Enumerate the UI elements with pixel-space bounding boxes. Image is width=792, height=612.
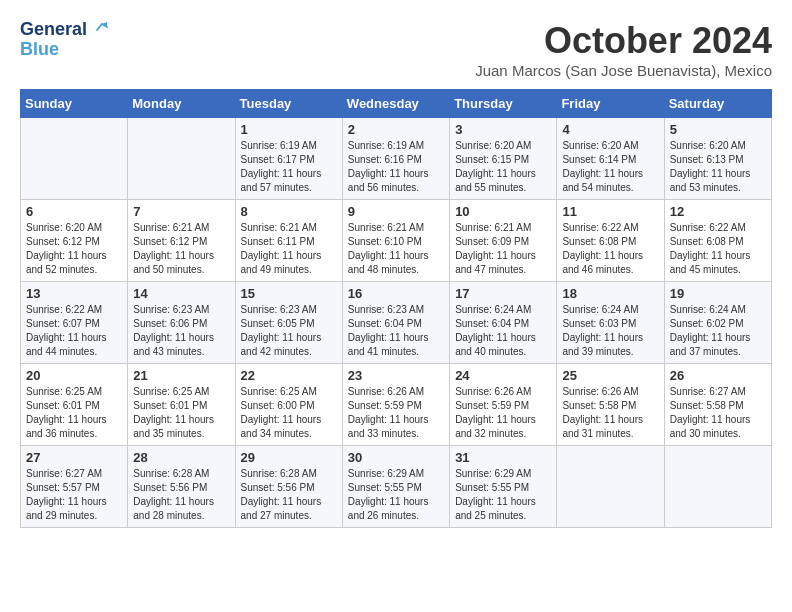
weekday-header-wednesday: Wednesday [342,90,449,118]
calendar-cell: 10Sunrise: 6:21 AM Sunset: 6:09 PM Dayli… [450,200,557,282]
day-number: 30 [348,450,444,465]
calendar-cell: 11Sunrise: 6:22 AM Sunset: 6:08 PM Dayli… [557,200,664,282]
day-number: 3 [455,122,551,137]
day-number: 28 [133,450,229,465]
day-number: 29 [241,450,337,465]
day-info: Sunrise: 6:23 AM Sunset: 6:06 PM Dayligh… [133,303,229,359]
day-info: Sunrise: 6:20 AM Sunset: 6:14 PM Dayligh… [562,139,658,195]
weekday-header-sunday: Sunday [21,90,128,118]
day-number: 16 [348,286,444,301]
day-info: Sunrise: 6:27 AM Sunset: 5:58 PM Dayligh… [670,385,766,441]
calendar-title: October 2024 [475,20,772,62]
day-info: Sunrise: 6:24 AM Sunset: 6:04 PM Dayligh… [455,303,551,359]
day-info: Sunrise: 6:26 AM Sunset: 5:59 PM Dayligh… [348,385,444,441]
calendar-cell: 22Sunrise: 6:25 AM Sunset: 6:00 PM Dayli… [235,364,342,446]
calendar-cell: 21Sunrise: 6:25 AM Sunset: 6:01 PM Dayli… [128,364,235,446]
calendar-cell [21,118,128,200]
day-number: 23 [348,368,444,383]
day-number: 19 [670,286,766,301]
day-info: Sunrise: 6:20 AM Sunset: 6:15 PM Dayligh… [455,139,551,195]
logo-general: General [20,20,87,40]
calendar-cell [557,446,664,528]
day-number: 26 [670,368,766,383]
day-number: 31 [455,450,551,465]
day-info: Sunrise: 6:27 AM Sunset: 5:57 PM Dayligh… [26,467,122,523]
day-info: Sunrise: 6:23 AM Sunset: 6:04 PM Dayligh… [348,303,444,359]
day-info: Sunrise: 6:21 AM Sunset: 6:12 PM Dayligh… [133,221,229,277]
calendar-cell [664,446,771,528]
calendar-cell: 17Sunrise: 6:24 AM Sunset: 6:04 PM Dayli… [450,282,557,364]
day-number: 12 [670,204,766,219]
calendar-cell: 27Sunrise: 6:27 AM Sunset: 5:57 PM Dayli… [21,446,128,528]
calendar-cell: 6Sunrise: 6:20 AM Sunset: 6:12 PM Daylig… [21,200,128,282]
day-number: 8 [241,204,337,219]
calendar-cell: 13Sunrise: 6:22 AM Sunset: 6:07 PM Dayli… [21,282,128,364]
day-info: Sunrise: 6:26 AM Sunset: 5:59 PM Dayligh… [455,385,551,441]
calendar-cell: 5Sunrise: 6:20 AM Sunset: 6:13 PM Daylig… [664,118,771,200]
day-number: 25 [562,368,658,383]
calendar-cell: 30Sunrise: 6:29 AM Sunset: 5:55 PM Dayli… [342,446,449,528]
calendar-subtitle: Juan Marcos (San Jose Buenavista), Mexic… [475,62,772,79]
day-info: Sunrise: 6:22 AM Sunset: 6:08 PM Dayligh… [670,221,766,277]
day-number: 21 [133,368,229,383]
title-section: October 2024 Juan Marcos (San Jose Buena… [475,20,772,79]
day-info: Sunrise: 6:25 AM Sunset: 6:01 PM Dayligh… [133,385,229,441]
calendar-cell: 31Sunrise: 6:29 AM Sunset: 5:55 PM Dayli… [450,446,557,528]
day-info: Sunrise: 6:21 AM Sunset: 6:09 PM Dayligh… [455,221,551,277]
calendar-cell: 23Sunrise: 6:26 AM Sunset: 5:59 PM Dayli… [342,364,449,446]
day-info: Sunrise: 6:19 AM Sunset: 6:17 PM Dayligh… [241,139,337,195]
day-info: Sunrise: 6:22 AM Sunset: 6:08 PM Dayligh… [562,221,658,277]
weekday-header-tuesday: Tuesday [235,90,342,118]
week-row-3: 13Sunrise: 6:22 AM Sunset: 6:07 PM Dayli… [21,282,772,364]
week-row-1: 1Sunrise: 6:19 AM Sunset: 6:17 PM Daylig… [21,118,772,200]
day-number: 14 [133,286,229,301]
calendar-cell: 19Sunrise: 6:24 AM Sunset: 6:02 PM Dayli… [664,282,771,364]
calendar-table: SundayMondayTuesdayWednesdayThursdayFrid… [20,89,772,528]
day-number: 18 [562,286,658,301]
calendar-cell: 12Sunrise: 6:22 AM Sunset: 6:08 PM Dayli… [664,200,771,282]
calendar-cell: 28Sunrise: 6:28 AM Sunset: 5:56 PM Dayli… [128,446,235,528]
weekday-header-friday: Friday [557,90,664,118]
day-info: Sunrise: 6:20 AM Sunset: 6:12 PM Dayligh… [26,221,122,277]
day-number: 11 [562,204,658,219]
calendar-cell: 8Sunrise: 6:21 AM Sunset: 6:11 PM Daylig… [235,200,342,282]
calendar-cell: 3Sunrise: 6:20 AM Sunset: 6:15 PM Daylig… [450,118,557,200]
calendar-cell: 26Sunrise: 6:27 AM Sunset: 5:58 PM Dayli… [664,364,771,446]
week-row-4: 20Sunrise: 6:25 AM Sunset: 6:01 PM Dayli… [21,364,772,446]
day-number: 22 [241,368,337,383]
day-number: 10 [455,204,551,219]
day-info: Sunrise: 6:22 AM Sunset: 6:07 PM Dayligh… [26,303,122,359]
day-info: Sunrise: 6:21 AM Sunset: 6:11 PM Dayligh… [241,221,337,277]
weekday-header-monday: Monday [128,90,235,118]
calendar-cell: 29Sunrise: 6:28 AM Sunset: 5:56 PM Dayli… [235,446,342,528]
day-info: Sunrise: 6:20 AM Sunset: 6:13 PM Dayligh… [670,139,766,195]
day-info: Sunrise: 6:25 AM Sunset: 6:00 PM Dayligh… [241,385,337,441]
calendar-cell: 9Sunrise: 6:21 AM Sunset: 6:10 PM Daylig… [342,200,449,282]
day-info: Sunrise: 6:21 AM Sunset: 6:10 PM Dayligh… [348,221,444,277]
day-info: Sunrise: 6:28 AM Sunset: 5:56 PM Dayligh… [241,467,337,523]
week-row-2: 6Sunrise: 6:20 AM Sunset: 6:12 PM Daylig… [21,200,772,282]
day-number: 2 [348,122,444,137]
day-number: 27 [26,450,122,465]
day-info: Sunrise: 6:25 AM Sunset: 6:01 PM Dayligh… [26,385,122,441]
calendar-cell: 18Sunrise: 6:24 AM Sunset: 6:03 PM Dayli… [557,282,664,364]
calendar-cell: 15Sunrise: 6:23 AM Sunset: 6:05 PM Dayli… [235,282,342,364]
day-info: Sunrise: 6:23 AM Sunset: 6:05 PM Dayligh… [241,303,337,359]
day-info: Sunrise: 6:28 AM Sunset: 5:56 PM Dayligh… [133,467,229,523]
page-header: General Blue October 2024 Juan Marcos (S… [20,20,772,79]
day-number: 4 [562,122,658,137]
calendar-cell: 25Sunrise: 6:26 AM Sunset: 5:58 PM Dayli… [557,364,664,446]
day-number: 24 [455,368,551,383]
day-number: 20 [26,368,122,383]
logo-bird-icon [89,22,109,38]
day-number: 6 [26,204,122,219]
day-info: Sunrise: 6:29 AM Sunset: 5:55 PM Dayligh… [348,467,444,523]
week-row-5: 27Sunrise: 6:27 AM Sunset: 5:57 PM Dayli… [21,446,772,528]
day-info: Sunrise: 6:26 AM Sunset: 5:58 PM Dayligh… [562,385,658,441]
weekday-header-thursday: Thursday [450,90,557,118]
calendar-cell: 14Sunrise: 6:23 AM Sunset: 6:06 PM Dayli… [128,282,235,364]
calendar-cell: 4Sunrise: 6:20 AM Sunset: 6:14 PM Daylig… [557,118,664,200]
weekday-header-saturday: Saturday [664,90,771,118]
calendar-cell: 24Sunrise: 6:26 AM Sunset: 5:59 PM Dayli… [450,364,557,446]
day-number: 5 [670,122,766,137]
